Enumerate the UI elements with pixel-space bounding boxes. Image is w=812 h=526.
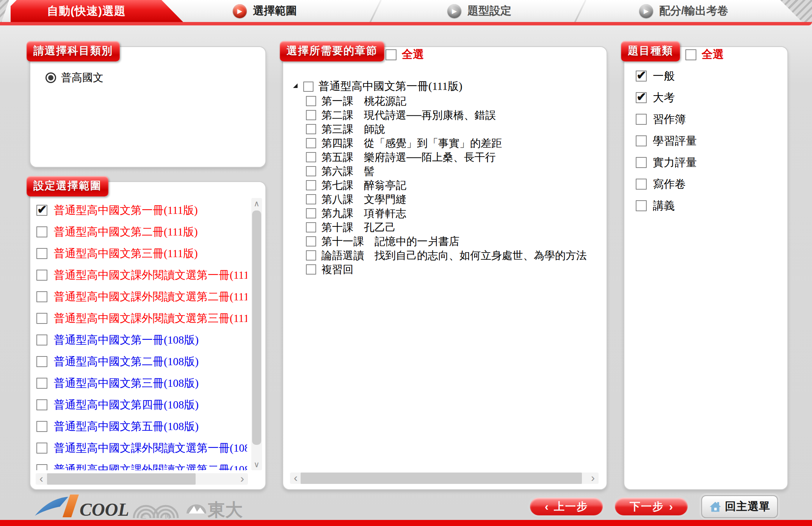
exam-builder-window: 自動(快速)選題 選擇範圍 題型設定 配分/輸出考卷 普高國文 請選擇科目類別 … [0,0,812,526]
chapter-checkbox-item[interactable]: 第五課 樂府詩選──陌上桑、長干行 [306,150,604,164]
textbook-checkbox-item[interactable]: 普通型高中國文第三冊(111版) [36,243,247,264]
textbook-checkbox-item[interactable]: 普通型高中國文第五冊(108版) [36,416,247,437]
textbook-checkbox-item[interactable]: 普通型高中國文第二冊(111版) [36,221,247,243]
question-type-checkbox-item[interactable]: 一般 [636,65,697,87]
checkbox-icon [306,124,316,134]
chapter-checkbox-item[interactable]: 複習回 [306,262,604,276]
textbook-checkbox-item[interactable]: 普通型高中國文第一冊(111版) [36,199,247,221]
tab-question-type-setup[interactable]: 題型設定 [447,0,511,22]
checkbox-icon [36,399,47,410]
textbook-label: 普通型高中國文課外閱讀文選第一冊(108版) [54,441,247,456]
chapter-checkbox-item[interactable]: 第四課 從「感覺」到「事實」的差距 [306,136,604,150]
checkbox-icon [306,236,316,247]
play-icon [233,4,247,18]
textbook-checkbox-item[interactable]: 普通型高中國文第三冊(108版) [36,372,247,394]
back-to-main-menu-button[interactable]: 回主選單 [701,495,778,518]
textbook-checkbox-item[interactable]: 普通型高中國文課外閱讀文選第一冊(111版) [36,264,247,286]
tab-score-output[interactable]: 配分/輸出考卷 [639,0,728,22]
chapter-label: 第五課 樂府詩選──陌上桑、長干行 [321,150,496,164]
chapter-checkbox-item[interactable]: 第九課 項脊軒志 [306,206,604,220]
checkbox-icon [36,291,47,302]
scrollbar-thumb[interactable] [301,473,582,484]
scroll-right-icon[interactable]: › [587,473,599,484]
question-type-checkbox-item[interactable]: 實力評量 [636,152,697,173]
textbook-checkbox-item[interactable]: 普通型高中國文課外閱讀文選第一冊(108版) [36,437,247,459]
checkbox-icon [636,92,647,103]
scroll-left-icon[interactable]: ‹ [36,473,47,485]
tree-expanded-icon[interactable] [293,83,298,88]
chapter-checkbox-item[interactable]: 第三課 師說 [306,122,604,136]
question-type-checkbox-item[interactable]: 寫作卷 [636,173,697,195]
chapter-checkbox-item[interactable]: 第十課 孔乙己 [306,220,604,234]
chapter-panel-title-badge: 選擇所需要的章節 [280,41,384,61]
checkbox-icon [36,205,47,216]
checkbox-icon [306,264,316,275]
textbook-checkbox-item[interactable]: 普通型高中國文第二冊(108版) [36,351,247,372]
chapter-checkbox-item[interactable]: 第七課 醉翁亭記 [306,178,604,192]
tab-label: 題型設定 [467,3,511,19]
chapter-checkbox-item[interactable]: 論語選讀 找到自己的志向、如何立身處世、為學的方法 [306,248,604,262]
next-step-button[interactable]: 下一步 › [615,498,688,515]
chapter-selection-panel: 普通型高中國文第一冊(111版) 第一課 桃花源記 第二課 現代詩選──再別康橋… [282,46,607,490]
textbook-label: 普通型高中國文第一冊(108版) [54,333,199,348]
question-type-list: 一般 大考 習作簿 學習評量 實力評量 寫作卷 講義 [636,65,697,217]
scroll-left-icon[interactable]: ‹ [290,473,301,484]
checkbox-icon [636,179,647,190]
chapter-checkbox-item[interactable]: 第八課 文學門縫 [306,192,604,206]
question-type-checkbox-item[interactable]: 學習評量 [636,130,697,152]
chapter-checkbox-item[interactable]: 第二課 現代詩選──再別康橋、錯誤 [306,108,604,122]
textbook-label: 普通型高中國文課外閱讀文選第一冊(111版) [54,268,247,283]
tab-auto-quick-select[interactable]: 自動(快速)選題 [11,0,183,22]
tree-root-label: 普通型高中國文第一冊(111版) [318,79,462,94]
textbook-checkbox-item[interactable]: 普通型高中國文課外閱讀文選第二冊(108版) [36,459,247,470]
textbook-checkbox-item[interactable]: 普通型高中國文課外閱讀文選第三冊(111版) [36,308,247,329]
cool-logo: COOL [33,492,128,521]
tab-divider [369,0,382,24]
types-select-all[interactable]: 全選 [685,47,724,62]
chapter-checkbox-item[interactable]: 第十一課 記憶中的一爿書店 [306,234,604,248]
play-icon [447,4,461,18]
chapter-checkbox-item[interactable]: 第一課 桃花源記 [306,94,604,108]
question-type-checkbox-item[interactable]: 講義 [636,195,697,217]
textbook-checkbox-item[interactable]: 普通型高中國文第四冊(108版) [36,394,247,416]
checkbox-icon [36,356,47,367]
question-type-checkbox-item[interactable]: 大考 [636,87,697,108]
tab-label: 配分/輸出考卷 [659,3,728,19]
checkbox-icon [306,194,316,204]
previous-step-button[interactable]: ‹ 上一步 [530,498,603,515]
chapter-list: 第一課 桃花源記 第二課 現代詩選──再別康橋、錯誤 第三課 師說 第四課 從「… [306,94,604,276]
chapter-checkbox-item[interactable]: 第六課 髻 [306,164,604,178]
chapter-label: 第十一課 記憶中的一爿書店 [321,234,459,248]
scrollbar-thumb[interactable] [47,473,196,485]
textbook-checkbox-item[interactable]: 普通型高中國文課外閱讀文選第二冊(111版) [36,286,247,308]
textbook-label: 普通型高中國文課外閱讀文選第三冊(111版) [54,311,247,326]
step-tabbar: 自動(快速)選題 選擇範圍 題型設定 配分/輸出考卷 [0,0,812,22]
scroll-down-icon[interactable]: ∨ [251,459,262,470]
question-type-checkbox-item[interactable]: 習作簿 [636,108,697,130]
scroll-right-icon[interactable]: › [237,473,248,485]
tree-root-textbook[interactable]: 普通型高中國文第一冊(111版) [291,79,604,94]
checkbox-icon [306,96,316,106]
chapter-label: 複習回 [321,262,353,276]
tab-select-range[interactable]: 選擇範圍 [233,0,297,22]
chapter-label: 第八課 文學門縫 [321,192,406,206]
tab-label: 選擇範圍 [253,3,297,19]
textbook-label: 普通型高中國文第二冊(111版) [54,225,198,240]
scrollbar-thumb[interactable] [252,210,261,445]
range-selection-panel: 普通型高中國文第一冊(111版) 普通型高中國文第二冊(111版) 普通型高中國… [30,181,266,490]
checkbox-icon [36,334,47,345]
chapters-select-all[interactable]: 全選 [386,47,424,62]
question-type-label: 大考 [653,90,675,105]
chapter-label: 第三課 師說 [321,122,385,136]
question-type-label: 學習評量 [653,133,697,149]
textbook-checkbox-item[interactable]: 普通型高中國文第一冊(108版) [36,329,247,351]
textbook-label: 普通型高中國文第五冊(108版) [54,419,199,434]
bottom-red-bar [0,520,812,526]
radio-option-subject[interactable]: 普高國文 [45,71,103,85]
checkbox-icon [306,152,316,162]
scroll-up-icon[interactable]: ∧ [251,198,262,209]
question-type-label: 講義 [653,198,675,214]
tab-divider [574,0,586,24]
radio-label: 普高國文 [61,71,103,85]
chevron-right-icon: › [669,499,673,514]
